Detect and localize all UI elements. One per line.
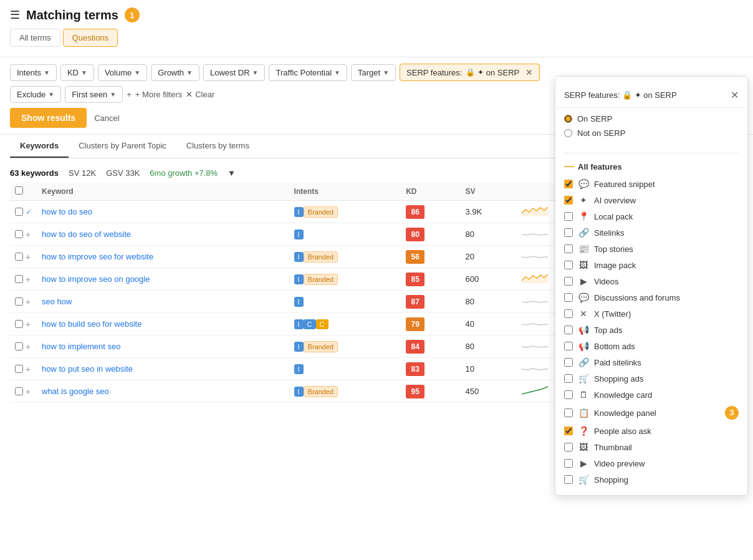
filter-first-seen[interactable]: First seen ▼ [65,86,123,103]
feature-checkbox[interactable] [564,358,573,367]
feature-item[interactable]: 🗒Knowledge card [555,387,747,403]
radio-not-on-serp-input[interactable] [564,129,572,137]
sparkline-chart [520,339,548,352]
radio-on-serp[interactable]: On SERP [564,114,739,123]
clear-button[interactable]: ✕ Clear [186,90,214,99]
feature-checkbox[interactable] [564,427,573,435]
feature-checkbox[interactable] [564,196,573,205]
feature-item[interactable]: 🖼Thumbnail [555,439,747,455]
feature-item[interactable]: ❓People also ask [555,423,747,439]
row-checkbox[interactable] [15,342,23,350]
feature-checkbox[interactable] [564,277,573,286]
tab-all-terms[interactable]: All terms [10,29,60,47]
add-icon[interactable]: + [26,364,31,374]
add-icon[interactable]: + [26,274,31,284]
filter-target[interactable]: Target ▼ [351,64,396,81]
dropdown-close-button[interactable]: ✕ [731,89,739,101]
keyword-link[interactable]: what is google seo [42,387,109,396]
filter-exclude[interactable]: Exclude ▼ [10,86,61,103]
feature-item[interactable]: 💬Featured snippet [555,176,747,192]
feature-checkbox[interactable] [564,374,573,383]
row-checkbox[interactable] [15,387,23,395]
serp-features-filter[interactable]: SERP features: 🔒 ✦ on SERP ✕ [400,64,540,81]
feature-checkbox[interactable] [564,459,573,468]
add-icon[interactable]: + [26,229,31,239]
feature-item[interactable]: 📰Top stories [555,241,747,257]
feature-item[interactable]: ✦AI overview [555,192,747,208]
sparkline-chart [520,362,548,374]
row-checkbox[interactable] [15,297,23,306]
feature-item[interactable]: 🔗Paid sitelinks [555,354,747,370]
view-tab-keywords[interactable]: Keywords [10,135,69,158]
feature-item[interactable]: 🖼Image pack [555,257,747,273]
feature-item[interactable]: 🛒Shopping [555,471,747,488]
feature-checkbox[interactable] [564,390,573,399]
row-checkbox[interactable] [15,275,23,283]
filter-volume[interactable]: Volume ▼ [98,64,147,81]
keyword-link[interactable]: how to do seo [42,207,92,216]
more-filters-button[interactable]: + + More filters [127,90,182,99]
feature-checkbox[interactable] [564,408,573,417]
keyword-link[interactable]: how to build seo for website [42,319,141,329]
feature-checkbox[interactable] [564,443,573,451]
th-kd: KD [401,183,460,201]
kd-cell: 79 [401,313,460,336]
keyword-link[interactable]: how to do seo of website [42,229,131,239]
feature-checkbox[interactable] [564,342,573,350]
hamburger-icon[interactable]: ☰ [10,8,20,22]
feature-checkbox[interactable] [564,244,573,253]
keyword-link[interactable]: how to improve seo for website [42,252,153,261]
radio-on-serp-input[interactable] [564,115,572,123]
row-checkbox[interactable] [15,230,23,238]
show-results-button[interactable]: Show results [10,108,87,128]
close-serp-filter-icon[interactable]: ✕ [525,67,533,77]
sparkline-chart [520,384,548,397]
filter-traffic-potential[interactable]: Traffic Potential ▼ [269,64,347,81]
feature-item[interactable]: ▶Videos [555,273,747,289]
feature-checkbox[interactable] [564,228,573,237]
feature-item[interactable]: 🛒Shopping ads [555,370,747,387]
row-checkbox[interactable] [15,253,23,261]
feature-item[interactable]: 🔗Sitelinks [555,224,747,241]
keyword-link[interactable]: how to put seo in website [42,364,133,374]
feature-item[interactable]: ✕X (Twitter) [555,306,747,322]
row-checkbox[interactable] [15,365,23,373]
feature-checkbox[interactable] [564,293,573,302]
add-icon[interactable]: + [26,342,31,352]
feature-checkbox[interactable] [564,212,573,221]
feature-checkbox[interactable] [564,475,573,484]
view-tab-clusters-terms[interactable]: Clusters by terms [176,135,259,158]
filter-intents[interactable]: Intents ▼ [10,64,57,81]
tab-questions[interactable]: Questions [63,29,118,47]
add-icon[interactable]: + [26,252,31,262]
radio-not-on-serp[interactable]: Not on SERP [564,128,739,138]
filter-lowest-dr[interactable]: Lowest DR ▼ [203,64,265,81]
add-icon[interactable]: + [26,297,31,307]
keyword-link[interactable]: seo how [42,297,72,306]
feature-item[interactable]: 📋Knowledge panel3 [555,403,747,423]
add-icon[interactable]: + [26,387,31,397]
feature-item[interactable]: ▶Video preview [555,455,747,471]
feature-checkbox[interactable] [564,261,573,269]
select-all-checkbox[interactable] [15,186,23,195]
feature-item[interactable]: 📢Top ads [555,322,747,338]
cancel-button[interactable]: Cancel [94,113,119,123]
feature-item[interactable]: 💬Discussions and forums [555,289,747,306]
feature-checkbox[interactable] [564,309,573,318]
serp-dropdown-label: SERP features: 🔒 ✦ on SERP [564,90,677,100]
keyword-link[interactable]: how to improve seo on google [42,274,150,284]
row-checkbox[interactable] [15,320,23,328]
filter-growth[interactable]: Growth ▼ [151,64,199,81]
feature-item[interactable]: 📍Local pack [555,208,747,224]
feature-item[interactable]: 📢Bottom ads [555,338,747,354]
sparkline-chart [520,317,548,329]
feature-checkbox[interactable] [564,326,573,334]
filter-kd[interactable]: KD ▼ [60,64,94,81]
view-tab-clusters-parent[interactable]: Clusters by Parent Topic [69,135,176,158]
row-checkbox[interactable] [15,208,23,216]
keyword-link[interactable]: how to implement seo [42,342,120,351]
add-icon[interactable]: + [26,319,31,329]
growth-dropdown-icon[interactable]: ▼ [228,168,236,178]
all-features-label: All features [578,162,622,171]
feature-checkbox[interactable] [564,180,573,188]
